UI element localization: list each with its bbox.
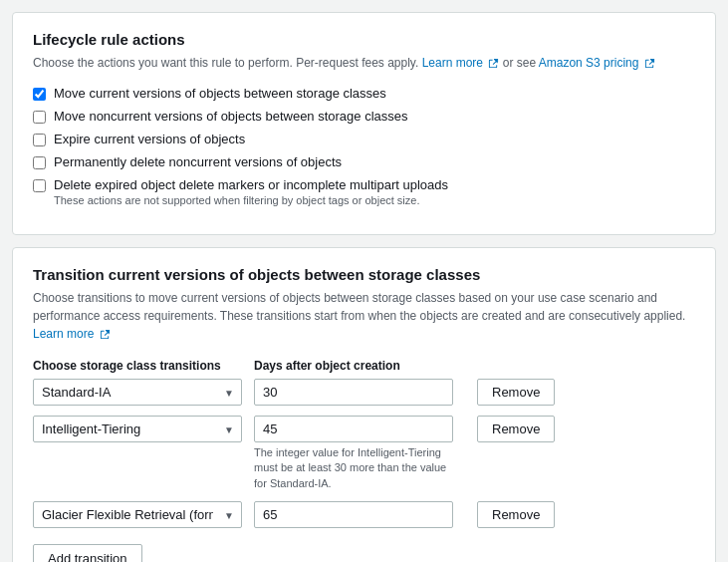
days-input-2[interactable] <box>254 416 453 442</box>
learn-more-link[interactable]: Learn more <box>422 56 503 70</box>
checkbox-label-2: Move noncurrent versions of objects betw… <box>54 109 408 124</box>
transition-desc: Choose transitions to move current versi… <box>33 289 695 343</box>
checkbox-label-3: Expire current versions of objects <box>54 132 245 146</box>
checkbox-label-5: Delete expired object delete markers or … <box>54 177 448 192</box>
checkbox-row-5: Delete expired object delete markers or … <box>33 177 695 206</box>
col-days-label: Days after object creation <box>254 359 453 373</box>
add-transition-button[interactable]: Add transition <box>33 544 142 562</box>
transition-row-1: Standard-IAIntelligent-TieringGlacier Fl… <box>33 379 695 406</box>
days-col-2: The integer value for Intelligent-Tierin… <box>254 416 465 491</box>
column-headers: Choose storage class transitions Days af… <box>33 359 695 373</box>
s3-pricing-link[interactable]: Amazon S3 pricing <box>539 56 655 70</box>
storage-class-select-2[interactable]: Standard-IAIntelligent-TieringGlacier Fl… <box>33 416 242 442</box>
remove-button-1[interactable]: Remove <box>477 379 555 406</box>
checkbox-label-4: Permanently delete noncurrent versions o… <box>54 154 342 169</box>
hint-text-2: The integer value for Intelligent-Tierin… <box>254 445 453 491</box>
remove-button-2[interactable]: Remove <box>477 416 555 442</box>
transition-row-3: Standard-IAIntelligent-TieringGlacier Fl… <box>33 501 695 528</box>
transition-rows-container: Standard-IAIntelligent-TieringGlacier Fl… <box>33 379 695 528</box>
checkbox-row-4: Permanently delete noncurrent versions o… <box>33 154 695 169</box>
checkbox-4[interactable] <box>33 156 46 169</box>
checkbox-row-2: Move noncurrent versions of objects betw… <box>33 109 695 124</box>
lifecycle-actions-desc: Choose the actions you want this rule to… <box>33 54 695 72</box>
days-input-1[interactable] <box>254 379 453 406</box>
days-col-3 <box>254 501 465 528</box>
transition-section: Transition current versions of objects b… <box>12 247 716 562</box>
days-input-3[interactable] <box>254 501 453 528</box>
checkbox-row-1: Move current versions of objects between… <box>33 86 695 101</box>
checkboxes-container: Move current versions of objects between… <box>33 86 695 206</box>
storage-class-select-3[interactable]: Standard-IAIntelligent-TieringGlacier Fl… <box>33 501 242 528</box>
checkbox-1[interactable] <box>33 88 46 101</box>
transition-row-2: Standard-IAIntelligent-TieringGlacier Fl… <box>33 416 695 491</box>
lifecycle-rule-actions-section: Lifecycle rule actions Choose the action… <box>12 12 716 235</box>
checkbox-3[interactable] <box>33 134 46 146</box>
transition-title: Transition current versions of objects b… <box>33 266 695 283</box>
remove-button-3[interactable]: Remove <box>477 501 555 528</box>
transition-learn-more-link[interactable]: Learn more <box>33 327 111 341</box>
external-link-icon-2 <box>644 58 655 69</box>
external-link-icon-3 <box>100 329 111 340</box>
checkbox-sublabel-5: These actions are not supported when fil… <box>54 194 448 206</box>
storage-select-wrapper-1: Standard-IAIntelligent-TieringGlacier Fl… <box>33 379 242 406</box>
checkbox-row-3: Expire current versions of objects <box>33 132 695 146</box>
storage-select-wrapper-2: Standard-IAIntelligent-TieringGlacier Fl… <box>33 416 242 442</box>
days-col-1 <box>254 379 465 406</box>
col-storage-label: Choose storage class transitions <box>33 359 242 373</box>
external-link-icon <box>488 58 499 69</box>
storage-select-wrapper-3: Standard-IAIntelligent-TieringGlacier Fl… <box>33 501 242 528</box>
storage-class-select-1[interactable]: Standard-IAIntelligent-TieringGlacier Fl… <box>33 379 242 406</box>
checkbox-5[interactable] <box>33 179 46 192</box>
checkbox-2[interactable] <box>33 111 46 124</box>
checkbox-label-1: Move current versions of objects between… <box>54 86 386 101</box>
lifecycle-actions-title: Lifecycle rule actions <box>33 31 695 48</box>
